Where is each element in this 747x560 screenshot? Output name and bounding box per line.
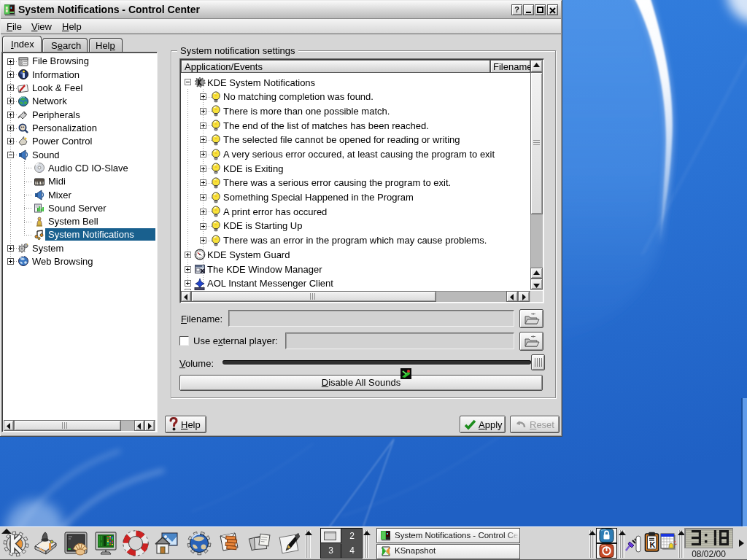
svg-text:K: K	[650, 540, 656, 549]
